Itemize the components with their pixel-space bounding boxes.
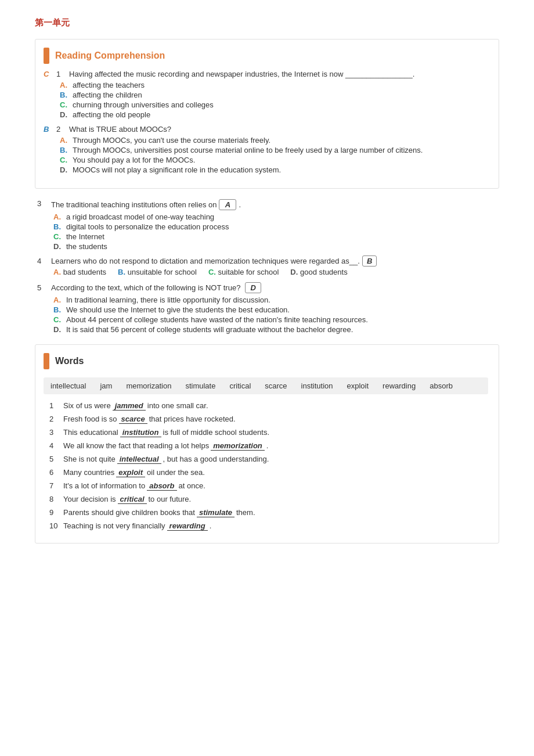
vocab-rewarding: rewarding — [383, 381, 416, 390]
q2-optA-text: Through MOOCs, you can't use the course … — [73, 136, 270, 145]
q2-optC-letter: C. — [60, 156, 73, 164]
fill-2: 2 Fresh food is so scarce that prices ha… — [49, 415, 488, 424]
q5-optD: D. It is said that 56 percent of college… — [53, 325, 497, 334]
q3-optA: A. a rigid broadcast model of one-way te… — [53, 213, 497, 221]
q1-optC-text: churning through universities and colleg… — [73, 100, 214, 109]
fill-5-before: She is not quite — [63, 455, 116, 463]
q3-optC-letter: C. — [53, 232, 66, 241]
q5-text: According to the text, which of the foll… — [51, 283, 240, 292]
q4-optD-letter: D. — [290, 268, 298, 276]
vocab-jam: jam — [100, 381, 112, 390]
fill-3-num: 3 — [49, 428, 63, 437]
q1-optA-letter: A. — [60, 81, 73, 89]
vocab-critical: critical — [229, 381, 251, 390]
words-title: Words — [55, 356, 84, 366]
vocab-memorization: memorization — [126, 381, 171, 390]
question-2-line: B 2 What is TRUE about MOOCs? — [44, 125, 488, 134]
q4-optC: C. suitable for school — [208, 268, 279, 276]
q4-optA-letter: A. — [53, 268, 61, 276]
q2-optB-letter: B. — [60, 146, 73, 154]
fill-1-num: 1 — [49, 401, 63, 410]
fill-5-num: 5 — [49, 455, 63, 463]
q3-number: 3 — [37, 199, 49, 208]
fill-9-answer: stimulate — [197, 508, 234, 517]
q4-options: A. bad students B. unsuitable for school… — [53, 268, 497, 276]
fill-6-after: oil under the sea. — [147, 468, 205, 477]
fill-4-answer: memorization — [211, 441, 265, 451]
q4-optC-letter: C. — [208, 268, 216, 276]
fill-9: 9 Parents should give children books tha… — [49, 508, 488, 517]
fill-10-answer: rewarding — [167, 521, 208, 531]
q3-optA-text: a rigid broadcast model of one-way teach… — [66, 213, 214, 221]
q3-text: The traditional teaching institutions of… — [51, 199, 241, 210]
fill-9-num: 9 — [49, 508, 63, 517]
q2-optD: D. MOOCs will not play a significant rol… — [60, 165, 488, 174]
q3-optA-letter: A. — [53, 213, 66, 221]
q3-optC: C. the Internet — [53, 232, 497, 241]
q1-answer-letter: C — [44, 70, 54, 78]
fill-5-answer: intellectual — [117, 455, 161, 464]
fill-6-before: Many countries — [63, 468, 114, 477]
fill-4-num: 4 — [49, 441, 63, 450]
q4-optB-letter: B. — [118, 268, 125, 276]
q3-optB-letter: B. — [53, 222, 66, 231]
fill-7-num: 7 — [49, 481, 63, 490]
unit-title: 第一单元 — [35, 17, 499, 28]
question-3-block: 3 The traditional teaching institutions … — [37, 199, 497, 251]
q1-optB-letter: B. — [60, 91, 73, 99]
q2-optC: C. You should pay a lot for the MOOCs. — [60, 156, 488, 164]
q5-optA: A. In traditional learning, there is lit… — [53, 296, 497, 304]
section-title: Reading Comprehension — [55, 51, 165, 61]
fill-1-answer: jammed — [113, 401, 146, 411]
q4-optD-text: good students — [300, 268, 348, 276]
q4-optA: A. bad students — [53, 268, 106, 276]
q3-optD: D. the students — [53, 242, 497, 251]
words-bar-icon — [44, 353, 49, 369]
vocab-scarce: scarce — [265, 381, 287, 390]
q1-number: 1 — [56, 70, 67, 78]
fill-10-num: 10 — [49, 521, 63, 530]
q2-optC-text: You should pay a lot for the MOOCs. — [73, 156, 195, 164]
fill-1-after: into one small car. — [147, 401, 208, 410]
fill-2-num: 2 — [49, 415, 63, 423]
q2-answer-letter: B — [44, 125, 54, 134]
q5-optD-text: It is said that 56 percent of college st… — [66, 325, 353, 334]
vocab-stimulate: stimulate — [185, 381, 215, 390]
fill-8: 8 Your decision is critical to our futur… — [49, 495, 488, 504]
section-header: Reading Comprehension — [44, 48, 488, 64]
fill-2-answer: scarce — [119, 415, 147, 424]
fill-7-answer: absorb — [147, 481, 176, 491]
vocab-institution: institution — [301, 381, 333, 390]
q3-optD-letter: D. — [53, 242, 66, 251]
fill-3-after: is full of middle school students. — [163, 428, 270, 437]
q3-optC-text: the Internet — [66, 232, 104, 241]
q5-optC-text: About 44 percent of college students hav… — [66, 315, 368, 324]
fill-2-after: that prices have rocketed. — [149, 415, 236, 423]
fill-7-before: It's a lot of information to — [63, 481, 145, 490]
q1-text: Having affected the music recording and … — [69, 70, 414, 78]
fill-10-before: Teaching is not very financially — [63, 521, 165, 530]
fill-10-after: . — [210, 521, 212, 530]
q1-optD-letter: D. — [60, 110, 73, 119]
reading-section: Reading Comprehension C 1 Having affecte… — [35, 39, 499, 189]
question-4-line: 4 Learners who do not respond to dictati… — [37, 257, 497, 265]
q1-optD: D. affecting the old people — [60, 110, 488, 119]
q4-optB: B. unsuitable for school — [118, 268, 197, 276]
question-1-line: C 1 Having affected the music recording … — [44, 70, 488, 78]
q5-optB: B. We should use the Internet to give th… — [53, 305, 497, 314]
fill-2-before: Fresh food is so — [63, 415, 117, 423]
q2-optA: A. Through MOOCs, you can't use the cour… — [60, 136, 488, 145]
vocab-intellectual: intellectual — [50, 381, 86, 390]
q4-answer-badge: B — [362, 255, 377, 267]
fill-7: 7 It's a lot of information to absorb at… — [49, 481, 488, 491]
q2-optD-text: MOOCs will not play a significant role i… — [73, 165, 281, 174]
fill-8-before: Your decision is — [63, 495, 116, 503]
q3-optB-text: digital tools to personalize the educati… — [66, 222, 229, 231]
q4-optB-text: unsuitable for school — [128, 268, 197, 276]
fill-3-before: This educational — [63, 428, 118, 437]
q2-number: 2 — [56, 125, 67, 134]
q4-optA-text: bad students — [63, 268, 106, 276]
fill-4: 4 We all know the fact that reading a lo… — [49, 441, 488, 451]
q2-optD-letter: D. — [60, 165, 73, 174]
q2-optB-text: Through MOOCs, universities post course … — [73, 146, 423, 154]
